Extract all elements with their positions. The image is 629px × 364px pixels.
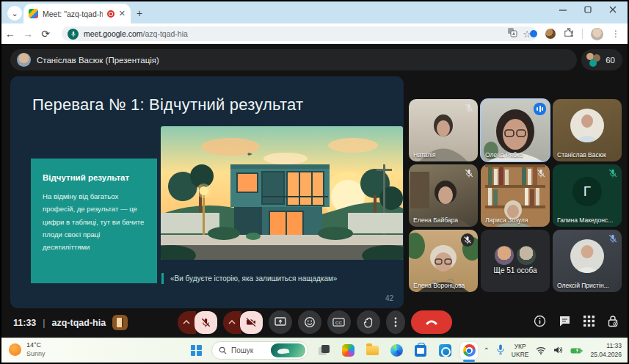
edge-button[interactable] xyxy=(388,342,405,360)
participant-name: Олена Рябко xyxy=(485,151,523,159)
window-minimize-button[interactable] xyxy=(559,4,567,15)
url-domain: meet.google.com xyxy=(84,29,143,38)
windows-logo-icon xyxy=(191,345,202,356)
participant-tile[interactable]: Наталія xyxy=(409,99,478,161)
present-screen-button[interactable] xyxy=(269,310,292,334)
language-indicator[interactable]: УКРUKRE xyxy=(512,343,529,358)
forward-button[interactable]: → xyxy=(19,28,37,40)
slide-card: Відчутний результат На відміну від багат… xyxy=(31,159,157,283)
tray-clock[interactable]: 11:3325.04.2026 xyxy=(590,342,622,359)
reload-button[interactable]: ⟳ xyxy=(37,28,54,40)
mic-off-icon xyxy=(464,168,474,178)
taskbar-weather-widget[interactable]: 14°CSunny xyxy=(9,341,46,358)
chrome-button[interactable] xyxy=(460,342,478,360)
slide-card-heading: Відчутний результат xyxy=(43,173,145,182)
tab-search-button[interactable]: ⌄ xyxy=(7,6,22,21)
camera-options-chevron-icon[interactable] xyxy=(223,311,241,334)
browser-menu-icon[interactable]: ⋮ xyxy=(611,29,620,39)
mic-off-icon xyxy=(464,103,474,113)
participant-tile[interactable]: Лариса Зозуля xyxy=(481,164,550,227)
browser-tab-active[interactable]: Meet: "azq-tqad-hia" ✕ xyxy=(23,4,131,23)
slide-title: Перевага № 1: Відчутний результат xyxy=(32,95,303,114)
captions-button[interactable]: CC xyxy=(327,310,351,334)
outlook-button[interactable] xyxy=(436,342,454,360)
camera-off-button[interactable] xyxy=(240,311,263,334)
slide-card-body: На відміну від багатьох професій, де рез… xyxy=(43,190,145,253)
search-icon xyxy=(219,346,227,354)
caption-accent-bar xyxy=(161,273,164,284)
participant-tile[interactable]: Олексій Пристін... xyxy=(553,230,622,292)
chat-button[interactable] xyxy=(559,315,571,330)
extension-dot-icon[interactable] xyxy=(530,30,537,37)
reactions-button[interactable] xyxy=(298,310,321,334)
task-view-button[interactable] xyxy=(315,342,332,360)
url-path: /azq-tqad-hia xyxy=(143,29,188,38)
recording-indicator-icon xyxy=(107,10,114,18)
meeting-info-button[interactable] xyxy=(534,315,546,330)
taskbar-search[interactable]: Пошук xyxy=(211,341,308,360)
tab-close-icon[interactable]: ✕ xyxy=(119,9,126,18)
meet-logo-icon xyxy=(29,9,38,18)
host-controls-lock-icon[interactable] xyxy=(607,315,619,330)
window-close-button[interactable] xyxy=(608,4,617,15)
start-button[interactable] xyxy=(187,342,205,360)
mic-off-icon xyxy=(608,233,618,244)
edge-icon xyxy=(390,344,403,357)
search-label: Пошук xyxy=(231,346,266,354)
screen: ⌄ Meet: "azq-tqad-hia" ✕ + ← → ⟳ meet.go… xyxy=(0,0,629,364)
site-mic-indicator-icon[interactable] xyxy=(68,29,79,40)
mic-split-button[interactable] xyxy=(178,311,217,334)
end-call-button[interactable] xyxy=(411,310,452,334)
file-explorer-button[interactable] xyxy=(363,342,381,360)
mic-off-button[interactable] xyxy=(194,311,217,334)
tray-chevron-icon[interactable]: ⌃ xyxy=(483,346,489,354)
windows-taskbar: 14°CSunny Пошук ⌃ УКРUKRE 11:3325.04.2 xyxy=(1,338,628,363)
new-tab-button[interactable]: + xyxy=(137,7,142,19)
more-options-button[interactable] xyxy=(386,310,405,334)
task-view-icon xyxy=(319,345,330,356)
back-button[interactable]: ← xyxy=(1,28,19,40)
participant-avatars-icon xyxy=(586,53,601,67)
outlook-icon xyxy=(439,344,451,357)
meet-control-bar: 11:33 | azq-tqad-hia CC xyxy=(1,308,628,338)
camera-split-button[interactable] xyxy=(223,311,263,334)
slide-page-number: 42 xyxy=(385,294,393,302)
activities-grid-icon[interactable] xyxy=(583,316,595,330)
raise-hand-button[interactable] xyxy=(357,310,380,334)
meet-app: Станіслав Васюк (Презентація) 60 Переваг… xyxy=(1,44,628,339)
participant-tile[interactable]: Олена Рябко xyxy=(481,99,550,161)
participant-tile[interactable]: Станіслав Васюк xyxy=(553,99,622,161)
presenter-name: Станіслав Васюк (Презентація) xyxy=(37,56,159,65)
mic-off-icon xyxy=(461,233,474,247)
folder-icon xyxy=(366,346,379,355)
volume-icon[interactable] xyxy=(553,344,563,357)
profile-avatar[interactable] xyxy=(591,28,603,40)
address-bar[interactable]: meet.google.com/azq-tqad-hia ☆ xyxy=(62,26,537,41)
translate-icon[interactable] xyxy=(507,27,517,40)
toolbar-divider xyxy=(582,29,583,39)
sun-icon xyxy=(9,343,21,356)
participant-name: Лариса Зозуля xyxy=(485,216,528,224)
presentation-stage[interactable]: Перевага № 1: Відчутний результат Відчут… xyxy=(10,76,404,308)
tray-mic-icon[interactable] xyxy=(497,344,504,357)
store-button[interactable] xyxy=(412,342,429,360)
participant-tile[interactable]: Г Галина Македонс... xyxy=(553,164,622,227)
browser-toolbar: ← → ⟳ meet.google.com/azq-tqad-hia ☆ ⋮ xyxy=(1,23,628,44)
wifi-icon[interactable] xyxy=(536,344,546,357)
participant-overflow-tile[interactable]: Ще 51 особа xyxy=(481,230,550,292)
extensions-puzzle-icon[interactable] xyxy=(564,27,574,40)
extension-owl-icon[interactable] xyxy=(545,29,556,39)
copilot-button[interactable] xyxy=(339,342,357,360)
mic-options-chevron-icon[interactable] xyxy=(178,311,196,334)
participant-tile[interactable]: Елена Байбара xyxy=(409,164,478,227)
participant-name: Галина Македонс... xyxy=(557,216,613,224)
chevron-down-icon: ⌄ xyxy=(11,9,18,18)
participant-count-pill[interactable]: 60 xyxy=(581,49,622,70)
window-maximize-button[interactable] xyxy=(583,4,592,15)
copilot-icon xyxy=(342,344,355,357)
participant-name: Станіслав Васюк xyxy=(557,151,606,159)
chrome-icon xyxy=(463,344,476,357)
battery-icon[interactable] xyxy=(570,344,583,357)
meeting-code: azq-tqad-hia xyxy=(52,318,106,328)
participant-tile[interactable]: Елена Воронцова xyxy=(409,230,478,292)
